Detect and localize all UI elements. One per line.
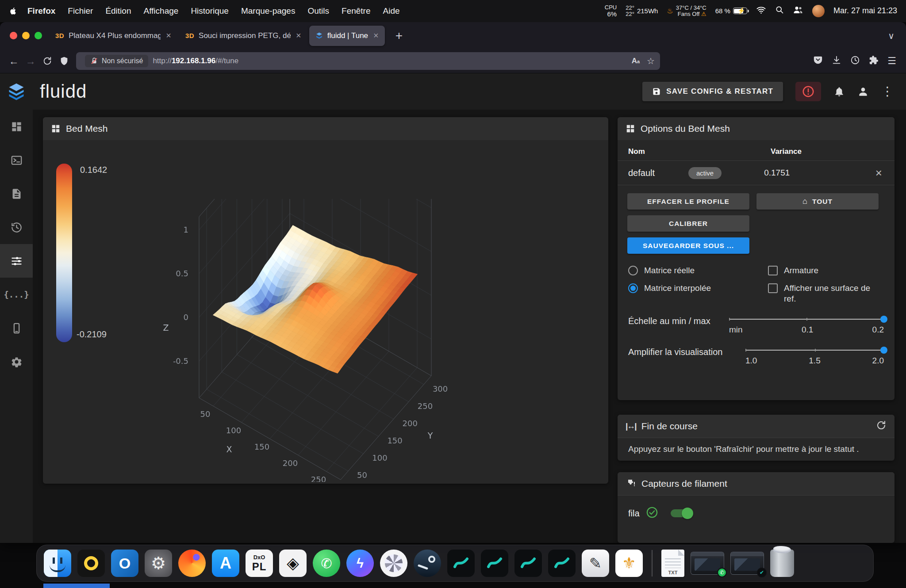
checkbox-wireframe[interactable]: Armature xyxy=(768,265,878,276)
tab-active-fluidd[interactable]: fluidd | Tune× xyxy=(309,26,385,46)
security-chip[interactable]: Non sécurisé xyxy=(85,55,148,67)
sidebar-item-console[interactable] xyxy=(0,143,33,177)
notifications-bell-icon[interactable] xyxy=(833,86,845,97)
forward-button[interactable]: → xyxy=(22,53,39,69)
menu-marque-pages[interactable]: Marque-pages xyxy=(235,6,302,16)
sidebar-item-settings[interactable] xyxy=(0,345,33,378)
close-window-button[interactable] xyxy=(10,32,17,39)
list-all-tabs-icon[interactable]: ∨ xyxy=(888,31,901,41)
sidebar-item-dashboard[interactable] xyxy=(0,110,33,143)
downloads-icon[interactable] xyxy=(832,55,841,67)
dock-minimized-window-2[interactable]: ✔ xyxy=(730,552,764,575)
url-bar[interactable]: Non sécurisé http://192.168.1.96/#/tune … xyxy=(76,52,660,70)
menu-dition[interactable]: Édition xyxy=(99,6,137,16)
save-config-restart-button[interactable]: SAVE CONFIG & RESTART xyxy=(642,82,783,101)
battery-widget[interactable]: 68 % ⚡ xyxy=(715,7,747,15)
dock-firefox[interactable] xyxy=(178,550,206,577)
main-content: Bed Mesh 0.1642 -0.2109 Options du Bed M… xyxy=(33,110,906,543)
reload-button[interactable] xyxy=(39,53,56,69)
dock-txt-file[interactable]: TXT xyxy=(661,550,684,577)
profile-row[interactable]: default active 0.1751 × xyxy=(618,160,894,185)
dock-minimized-window-1[interactable]: ✆ xyxy=(691,552,724,575)
remove-profile-icon[interactable]: × xyxy=(874,166,884,180)
zoom-window-button[interactable] xyxy=(35,32,42,39)
sidebar-item-jobs[interactable] xyxy=(0,177,33,210)
dock-teal-slicer-2[interactable] xyxy=(481,550,508,577)
scale-slider[interactable]: min 0.1 0.2 xyxy=(729,314,884,335)
dock-teal-slicer-1[interactable] xyxy=(447,550,475,577)
minimize-window-button[interactable] xyxy=(22,32,30,39)
slider-knob[interactable] xyxy=(880,316,887,323)
tab-close-icon[interactable]: × xyxy=(373,31,379,41)
dock-pen-app[interactable]: ✎ xyxy=(582,550,609,577)
user-switch-icon[interactable] xyxy=(793,4,803,17)
tracking-shield-icon[interactable] xyxy=(56,53,73,69)
refresh-icon[interactable] xyxy=(876,420,887,433)
tab-close-icon[interactable]: × xyxy=(166,31,171,41)
sidebar-item-devices[interactable] xyxy=(0,311,33,345)
menu-firefox[interactable]: Firefox xyxy=(21,6,61,16)
extensions-puzzle-icon[interactable] xyxy=(869,55,879,67)
home-all-button[interactable]: ⌂TOUT xyxy=(756,193,879,210)
pocket-icon[interactable] xyxy=(813,55,823,67)
boost-slider[interactable]: 1.0 1.5 2.0 xyxy=(745,345,884,366)
dock-dxo-photolab[interactable]: DxOPL xyxy=(246,550,273,577)
dock-app-store[interactable]: A xyxy=(212,550,239,577)
wifi-icon[interactable] xyxy=(756,5,766,17)
sidebar-item-configure[interactable]: {...} xyxy=(0,278,33,311)
menu-aide[interactable]: Aide xyxy=(377,6,406,16)
fluidd-logo-icon[interactable] xyxy=(0,82,33,101)
radio-interpolated-matrix[interactable]: Matrice interpolée xyxy=(628,283,768,294)
dock-outlook[interactable]: O xyxy=(111,550,138,577)
menu-affichage[interactable]: Affichage xyxy=(137,6,184,16)
sidebar-item-history[interactable] xyxy=(0,210,33,244)
spotlight-search-icon[interactable] xyxy=(775,5,784,16)
radio-real-matrix[interactable]: Matrice réelle xyxy=(628,265,768,276)
user-account-icon[interactable] xyxy=(857,86,869,97)
menu-historique[interactable]: Historique xyxy=(184,6,235,16)
dock-trash[interactable] xyxy=(770,550,794,577)
dock-teal-slicer-4[interactable] xyxy=(548,550,576,577)
overflow-menu-icon[interactable]: ⋮ xyxy=(881,85,894,98)
dock-golden-eagle-app[interactable]: ⚜ xyxy=(615,550,643,577)
dock-steam[interactable] xyxy=(414,550,441,577)
slider-knob[interactable] xyxy=(880,347,887,354)
apple-menu-icon[interactable] xyxy=(9,7,18,15)
back-button[interactable]: ← xyxy=(5,53,22,69)
bed-mesh-3d-plot[interactable] xyxy=(155,199,518,482)
dock-finder[interactable] xyxy=(44,550,71,577)
checkbox-ref-surface[interactable]: Afficher une surface de ref. xyxy=(768,283,878,304)
menu-fichier[interactable]: Fichier xyxy=(61,6,99,16)
emergency-stop-button[interactable] xyxy=(795,82,821,101)
dock-teal-slicer-3[interactable] xyxy=(514,550,542,577)
history-clock-icon[interactable] xyxy=(850,55,860,67)
user-avatar[interactable] xyxy=(812,5,825,17)
clear-profile-button[interactable]: EFFACER LE PROFILE xyxy=(627,193,749,210)
new-tab-button[interactable]: + xyxy=(392,29,406,43)
save-as-button[interactable]: SAUVEGARDER SOUS ... xyxy=(627,237,749,254)
menubar-clock[interactable]: Mar. 27 mai 21:23 xyxy=(833,6,897,15)
tab-inactive[interactable]: 3DSouci impression PETG, décolle× xyxy=(179,26,307,46)
thermal-widget[interactable]: ♨ 37°C / 34°C Fans Off ⚠ xyxy=(667,5,706,18)
energy-widget[interactable]: 22° 22° 215Wh xyxy=(626,5,658,18)
dock-yellow-ring-app[interactable] xyxy=(77,550,105,577)
tab-close-icon[interactable]: × xyxy=(296,31,301,41)
menu-hamburger-icon[interactable]: ☰ xyxy=(887,55,896,67)
sidebar-item-tune[interactable] xyxy=(0,244,33,278)
sensor-toggle[interactable] xyxy=(671,509,692,517)
radio-real-label: Matrice réelle xyxy=(644,265,695,276)
translate-icon[interactable]: Aa xyxy=(632,57,640,65)
url-text[interactable]: http://192.168.1.96/#/tune xyxy=(153,57,238,65)
dock-diamond-logo-app[interactable]: ◈ xyxy=(279,550,307,577)
cpu-widget[interactable]: CPU 6% xyxy=(605,4,617,18)
dock-messenger[interactable]: ϟ xyxy=(346,550,374,577)
dock-shutter-app[interactable] xyxy=(380,550,407,577)
dock-whatsapp[interactable]: ✆ xyxy=(313,550,340,577)
menu-fentre[interactable]: Fenêtre xyxy=(335,6,376,16)
scale-slider-label: Échelle au min / max xyxy=(628,314,710,326)
dock-system-settings[interactable]: ⚙ xyxy=(145,550,172,577)
bookmark-star-icon[interactable]: ☆ xyxy=(647,56,655,66)
menu-outils[interactable]: Outils xyxy=(301,6,335,16)
tab-inactive[interactable]: 3DPlateau X4 Plus endommagé - A× xyxy=(49,26,177,46)
calibrate-button[interactable]: CALIBRER xyxy=(627,215,749,232)
